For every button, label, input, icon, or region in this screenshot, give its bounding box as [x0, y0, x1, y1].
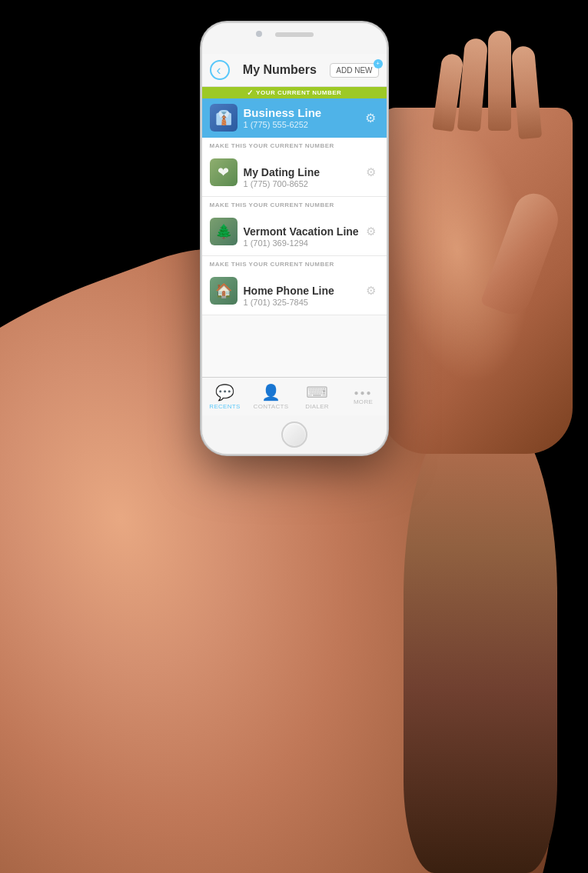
dialer-label: DIALER [305, 403, 329, 410]
home-number-item[interactable]: 🏠 Home Phone Line 1 (701) 325-7845 ⚙ [202, 269, 387, 315]
wrist [404, 412, 557, 873]
tab-more[interactable]: ●●● MORE [341, 378, 387, 415]
home-make-current-label: MAKE THIS YOUR CURRENT NUMBER [202, 256, 387, 269]
dating-number-info: My Dating Line 1 (775) 700-8652 [244, 166, 363, 188]
home-number-info: Home Phone Line 1 (701) 325-7845 [244, 285, 363, 307]
business-avatar-icon: 👔 [215, 109, 232, 126]
finger-middle [488, 31, 511, 131]
check-icon: ✓ [247, 88, 254, 97]
current-number-phone: 1 (775) 555-6252 [244, 120, 362, 129]
vermont-avatar: 🌲 [210, 218, 238, 245]
contacts-label: CONTACTS [254, 403, 289, 410]
current-number-name: Business Line [244, 106, 362, 119]
dialer-icon: ⌨ [306, 383, 328, 402]
empty-list-space [202, 315, 387, 377]
page-title: My Numbers [230, 63, 331, 77]
home-number-name: Home Phone Line [244, 285, 363, 297]
vermont-section: MAKE THIS YOUR CURRENT NUMBER 🌲 Vermont … [202, 197, 387, 256]
dating-number-name: My Dating Line [244, 166, 363, 178]
tab-contacts[interactable]: 👤 CONTACTS [248, 378, 294, 415]
tab-recents[interactable]: 💬 RECENTS [202, 378, 248, 415]
dating-number-item[interactable]: ❤ My Dating Line 1 (775) 700-8652 ⚙ [202, 151, 387, 196]
dating-avatar: ❤ [210, 158, 238, 186]
vermont-number-info: Vermont Vacation Line 1 (701) 369-1294 [244, 225, 363, 248]
recents-icon: 💬 [215, 383, 234, 402]
vermont-make-current-label: MAKE THIS YOUR CURRENT NUMBER [202, 197, 387, 210]
current-number-info: Business Line 1 (775) 555-6252 [244, 106, 362, 129]
current-number-item[interactable]: ✓ YOUR CURRENT NUMBER 👔 Business Line 1 … [202, 87, 387, 138]
vermont-avatar-icon: 🌲 [215, 223, 232, 240]
nav-bar: My Numbers ADD NEW + [202, 54, 387, 87]
phone-bottom [202, 415, 387, 454]
home-button[interactable] [281, 422, 307, 448]
home-avatar: 🏠 [210, 277, 238, 305]
vermont-gear-button[interactable]: ⚙ [363, 222, 379, 242]
vermont-number-item[interactable]: 🌲 Vermont Vacation Line 1 (701) 369-1294… [202, 210, 387, 255]
dating-section: MAKE THIS YOUR CURRENT NUMBER ❤ My Datin… [202, 138, 387, 197]
home-avatar-icon: 🏠 [215, 282, 232, 299]
vermont-number-name: Vermont Vacation Line [244, 225, 363, 238]
home-section: MAKE THIS YOUR CURRENT NUMBER 🏠 Home Pho… [202, 256, 387, 315]
home-gear-button[interactable]: ⚙ [363, 281, 379, 301]
recents-label: RECENTS [209, 403, 240, 410]
more-icon: ●●● [354, 388, 372, 397]
screen: My Numbers ADD NEW + ✓ YOUR CURRENT NUMB… [202, 54, 387, 415]
home-number-phone: 1 (701) 325-7845 [244, 298, 363, 307]
dating-number-phone: 1 (775) 700-8652 [244, 179, 363, 188]
add-new-badge: + [374, 59, 383, 68]
phone-speaker [275, 32, 314, 37]
phone-top [202, 23, 387, 54]
tab-bar: 💬 RECENTS 👤 CONTACTS ⌨ DIALER ●●● MORE [202, 377, 387, 415]
tab-dialer[interactable]: ⌨ DIALER [294, 378, 341, 415]
vermont-number-phone: 1 (701) 369-1294 [244, 238, 363, 248]
dating-make-current-label: MAKE THIS YOUR CURRENT NUMBER [202, 138, 387, 151]
dating-gear-button[interactable]: ⚙ [363, 162, 379, 182]
contacts-icon: 👤 [261, 383, 281, 402]
add-new-button[interactable]: ADD NEW + [330, 63, 378, 78]
phone-body: My Numbers ADD NEW + ✓ YOUR CURRENT NUMB… [202, 23, 387, 454]
back-button[interactable] [210, 60, 230, 80]
more-label: MORE [354, 398, 373, 405]
phone-device: My Numbers ADD NEW + ✓ YOUR CURRENT NUMB… [202, 23, 387, 454]
business-avatar: 👔 [210, 104, 238, 132]
phone-camera [256, 31, 262, 37]
dating-avatar-icon: ❤ [218, 164, 229, 181]
current-badge: ✓ YOUR CURRENT NUMBER [202, 87, 387, 98]
current-gear-button[interactable]: ⚙ [362, 108, 379, 128]
